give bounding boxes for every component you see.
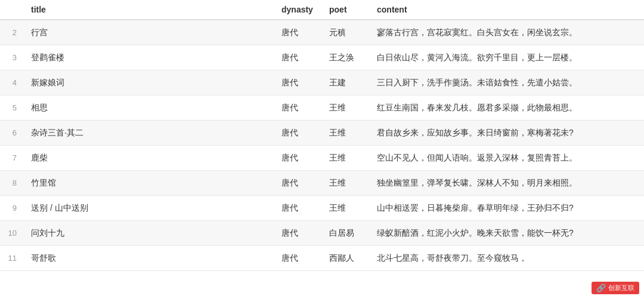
table-row: 11哥舒歌唐代西鄙人北斗七星高，哥舒夜带刀。至今窥牧马， — [0, 246, 644, 271]
cell-poet: 元稹 — [322, 20, 370, 45]
cell-content: 山中相送罢，日暮掩柴扉。春草明年绿，王孙归不归? — [370, 196, 644, 221]
cell-title: 杂诗三首·其二 — [24, 121, 274, 146]
table-row: 4新嫁娘词唐代王建三日入厨下，洗手作羹汤。未谙姑食性，先遣小姑尝。 — [0, 70, 644, 95]
cell-dynasty: 唐代 — [274, 95, 322, 121]
cell-title: 新嫁娘词 — [24, 70, 274, 95]
cell-content: 红豆生南国，春来发几枝。愿君多采撷，此物最相思。 — [370, 95, 644, 121]
cell-title: 登鹳雀楼 — [24, 45, 274, 70]
table-row: 7鹿柴唐代王维空山不见人，但闻人语响。返景入深林，复照青苔上。 — [0, 146, 644, 171]
cell-dynasty: 唐代 — [274, 171, 322, 196]
col-header-num — [0, 0, 24, 20]
cell-dynasty: 唐代 — [274, 45, 322, 70]
table-row: 10问刘十九唐代白居易绿蚁新醅酒，红泥小火炉。晚来天欲雪，能饮一杯无? — [0, 221, 644, 246]
cell-content: 白日依山尽，黄河入海流。欲穷千里目，更上一层楼。 — [370, 45, 644, 70]
data-table: title dynasty poet content 2行宫唐代元稹寥落古行宫，… — [0, 0, 644, 271]
cell-title: 送别 / 山中送别 — [24, 196, 274, 221]
col-header-title: title — [24, 0, 274, 20]
cell-dynasty: 唐代 — [274, 196, 322, 221]
cell-title: 相思 — [24, 95, 274, 121]
cell-row-num: 11 — [0, 246, 24, 271]
cell-poet: 王维 — [322, 95, 370, 121]
col-header-poet: poet — [322, 0, 370, 20]
cell-content: 空山不见人，但闻人语响。返景入深林，复照青苔上。 — [370, 146, 644, 171]
cell-poet: 白居易 — [322, 221, 370, 246]
cell-poet: 王维 — [322, 146, 370, 171]
table-row: 2行宫唐代元稹寥落古行宫，宫花寂寞红。白头宫女在，闲坐说玄宗。 — [0, 20, 644, 45]
cell-row-num: 7 — [0, 146, 24, 171]
cell-row-num: 3 — [0, 45, 24, 70]
table-row: 3登鹳雀楼唐代王之涣白日依山尽，黄河入海流。欲穷千里目，更上一层楼。 — [0, 45, 644, 70]
cell-title: 行宫 — [24, 20, 274, 45]
cell-row-num: 4 — [0, 70, 24, 95]
cell-dynasty: 唐代 — [274, 121, 322, 146]
cell-poet: 王之涣 — [322, 45, 370, 70]
cell-title: 竹里馆 — [24, 171, 274, 196]
cell-row-num: 2 — [0, 20, 24, 45]
cell-content: 北斗七星高，哥舒夜带刀。至今窥牧马， — [370, 246, 644, 271]
table-row: 9送别 / 山中送别唐代王维山中相送罢，日暮掩柴扉。春草明年绿，王孙归不归? — [0, 196, 644, 221]
cell-dynasty: 唐代 — [274, 20, 322, 45]
cell-row-num: 5 — [0, 95, 24, 121]
table-header-row: title dynasty poet content — [0, 0, 644, 20]
cell-dynasty: 唐代 — [274, 246, 322, 271]
cell-poet: 王建 — [322, 70, 370, 95]
cell-dynasty: 唐代 — [274, 221, 322, 246]
cell-content: 三日入厨下，洗手作羹汤。未谙姑食性，先遣小姑尝。 — [370, 70, 644, 95]
cell-poet: 西鄙人 — [322, 246, 370, 271]
table-row: 6杂诗三首·其二唐代王维君自故乡来，应知故乡事。来日绮窗前，寒梅著花未? — [0, 121, 644, 146]
cell-poet: 王维 — [322, 196, 370, 221]
cell-title: 哥舒歌 — [24, 246, 274, 271]
cell-dynasty: 唐代 — [274, 146, 322, 171]
cell-row-num: 10 — [0, 221, 24, 246]
cell-content: 独坐幽篁里，弹琴复长啸。深林人不知，明月来相照。 — [370, 171, 644, 196]
cell-content: 寥落古行宫，宫花寂寞红。白头宫女在，闲坐说玄宗。 — [370, 20, 644, 45]
cell-content: 君自故乡来，应知故乡事。来日绮窗前，寒梅著花未? — [370, 121, 644, 146]
col-header-content: content — [370, 0, 644, 20]
table-container: title dynasty poet content 2行宫唐代元稹寥落古行宫，… — [0, 0, 644, 271]
table-row: 5相思唐代王维红豆生南国，春来发几枝。愿君多采撷，此物最相思。 — [0, 95, 644, 121]
table-row: 8竹里馆唐代王维独坐幽篁里，弹琴复长啸。深林人不知，明月来相照。 — [0, 171, 644, 196]
cell-poet: 王维 — [322, 121, 370, 146]
cell-poet: 王维 — [322, 171, 370, 196]
cell-row-num: 8 — [0, 171, 24, 196]
col-header-dynasty: dynasty — [274, 0, 322, 20]
cell-row-num: 6 — [0, 121, 24, 146]
cell-title: 鹿柴 — [24, 146, 274, 171]
cell-row-num: 9 — [0, 196, 24, 221]
cell-content: 绿蚁新醅酒，红泥小火炉。晚来天欲雪，能饮一杯无? — [370, 221, 644, 246]
cell-title: 问刘十九 — [24, 221, 274, 246]
cell-dynasty: 唐代 — [274, 70, 322, 95]
